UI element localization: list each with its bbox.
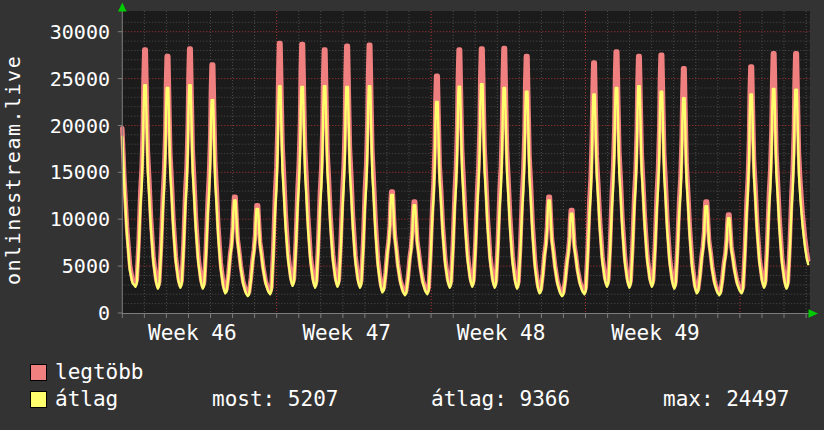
legend-label-atlag: átlag [55,388,118,410]
svg-text:Week 46: Week 46 [148,321,237,345]
y-axis-arrow-icon [118,3,127,12]
stat-most: most: 5207 [212,388,338,410]
svg-text:20000: 20000 [50,114,110,138]
legend-swatch-atlag [30,391,47,408]
svg-text:0: 0 [98,301,110,325]
svg-text:15000: 15000 [50,160,110,184]
x-axis-labels: Week 46Week 47Week 48Week 49 [148,321,700,345]
stat-atlag: átlag: 9366 [431,388,570,410]
svg-text:10000: 10000 [50,207,110,231]
svg-text:Week 48: Week 48 [457,321,546,345]
rrd-graph: onlinestream.live 0500010000150002000025… [0,0,824,430]
svg-text:Week 49: Week 49 [611,321,700,345]
y-axis-labels: 050001000015000200002500030000 [50,20,110,325]
svg-text:5000: 5000 [62,254,110,278]
plot-area [122,11,810,313]
svg-text:30000: 30000 [50,20,110,44]
x-axis-arrow-icon [809,309,819,318]
stat-max: max: 24497 [663,388,789,410]
svg-text:25000: 25000 [50,67,110,91]
legend-label-legtobb: legtöbb [55,361,144,383]
svg-text:Week 47: Week 47 [302,321,391,345]
legend-swatch-legtobb [30,364,47,381]
